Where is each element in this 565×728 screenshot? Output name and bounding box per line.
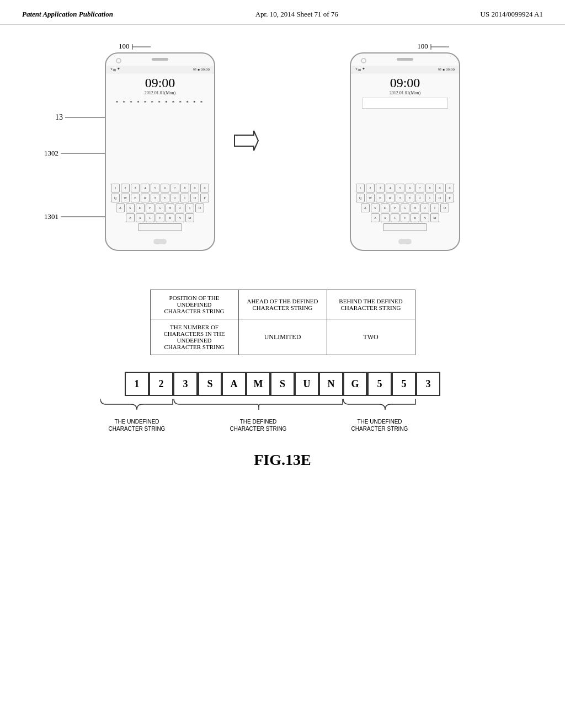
svg-text:THE UNDEFINED: THE UNDEFINED <box>357 419 402 425</box>
right-phone: TIII ✦ ✉ ■ 09:00 09:00 2012.01.01(Mon) <box>350 52 460 251</box>
table-cell-ahead-header: AHEAD OF THE DEFINED CHARACTER STRING <box>238 290 327 319</box>
transition-arrow <box>232 130 259 156</box>
phone-home-btn-right[interactable] <box>398 239 412 244</box>
char-2: 2 <box>149 372 173 396</box>
kb-spacebar-row-left <box>108 223 212 231</box>
phone-speaker-left <box>152 58 168 61</box>
phone-time-right: 09:00 <box>351 76 459 90</box>
char-boxes: 1 2 3 S A M S U N G 5 5 3 <box>125 372 440 396</box>
table-cell-two: TWO <box>327 319 415 355</box>
phone-home-btn-left[interactable] <box>153 239 167 244</box>
status-icons-right: ✉ ■ 09:00 <box>438 67 455 72</box>
label-13: 13 <box>55 113 109 122</box>
main-content: 100 100 13 1302 <box>0 25 565 485</box>
phone-status-bar-right: TIII ✦ ✉ ■ 09:00 <box>351 66 459 73</box>
char-U: U <box>295 372 319 396</box>
header-publication: Patent Application Publication <box>22 10 113 19</box>
kb-row-zxcv-left: Z X C V B N M <box>108 213 212 222</box>
char-G: G <box>343 372 367 396</box>
svg-marker-7 <box>234 131 258 151</box>
brace-svg: THE UNDEFINED CHARACTER STRING THE DEFIN… <box>100 396 465 435</box>
page-header: Patent Application Publication Apr. 10, … <box>0 0 565 25</box>
char-1: 1 <box>125 372 149 396</box>
table-cell-char-count-header: THE NUMBER OF CHARACTERS IN THE UNDEFINE… <box>150 319 238 355</box>
table-row-1: POSITION OF THE UNDEFINED CHARACTER STRI… <box>150 290 415 319</box>
char-N: N <box>319 372 343 396</box>
figure-label: FIG.13E <box>33 451 532 469</box>
left-phone: TIII ✦ ✉ ■ 09:00 09:00 2012.01.01(Mon) *… <box>105 52 215 251</box>
ref-100-left: 100 <box>119 41 153 52</box>
ref-100-right: 100 <box>417 41 452 52</box>
phone-date-right: 2012.01.01(Mon) <box>351 90 459 95</box>
svg-text:THE DEFINED: THE DEFINED <box>240 419 277 425</box>
kb-row-numbers-left: 1 2 3 4 5 6 7 8 0 0 <box>108 184 212 192</box>
kb-spacebar-right[interactable] <box>383 223 427 231</box>
kb-row-asdf-right: A S D F G H U I O <box>353 204 457 212</box>
phone-password-left: * * * * * * * * * * * * * <box>106 100 214 105</box>
keyboard-left: 1 2 3 4 5 6 7 8 0 0 Q W <box>106 183 214 233</box>
char-M: M <box>246 372 270 396</box>
kb-row-asdf-left: A S D F G H U I O <box>108 204 212 212</box>
kb-spacebar-row-right <box>353 223 457 231</box>
kb-row-numbers-right: 1 2 3 4 5 6 7 8 0 0 <box>353 184 457 192</box>
phone-status-bar-left: TIII ✦ ✉ ■ 09:00 <box>106 66 214 73</box>
table-cell-position-header: POSITION OF THE UNDEFINED CHARACTER STRI… <box>150 290 238 319</box>
phone-white-box-right <box>362 98 449 109</box>
char-string-section: 1 2 3 S A M S U N G 5 5 3 THE UNDEFINED … <box>33 372 532 435</box>
char-A: A <box>222 372 246 396</box>
table-row-2: THE NUMBER OF CHARACTERS IN THE UNDEFINE… <box>150 319 415 355</box>
char-3: 3 <box>173 372 198 396</box>
phone-device-right: TIII ✦ ✉ ■ 09:00 09:00 2012.01.01(Mon) <box>350 52 460 251</box>
svg-text:CHARACTER STRING: CHARACTER STRING <box>230 426 287 432</box>
svg-text:CHARACTER STRING: CHARACTER STRING <box>109 426 166 432</box>
char-5a: 5 <box>367 372 392 396</box>
char-5b: 5 <box>392 372 416 396</box>
phone-device-left: TIII ✦ ✉ ■ 09:00 09:00 2012.01.01(Mon) *… <box>105 52 215 251</box>
phone-date-left: 2012.01.01(Mon) <box>106 90 214 95</box>
char-3b: 3 <box>416 372 440 396</box>
phone-camera-left <box>116 58 121 63</box>
keyboard-right: 1 2 3 4 5 6 7 8 0 0 Q W <box>351 183 459 233</box>
header-patent-number: US 2014/0099924 A1 <box>481 10 543 19</box>
kb-row-zxcv-right: Z X C V B N M <box>353 213 457 222</box>
char-S2: S <box>270 372 295 396</box>
char-S1: S <box>198 372 222 396</box>
kb-row-qwerty-left: Q W E R T Y U I O P <box>108 194 212 202</box>
table-cell-unlimited: UNLIMITED <box>238 319 327 355</box>
phone-camera-right <box>361 58 366 63</box>
svg-text:CHARACTER STRING: CHARACTER STRING <box>351 426 408 432</box>
svg-text:THE UNDEFINED: THE UNDEFINED <box>114 419 159 425</box>
phones-section: 100 100 13 1302 <box>33 41 532 273</box>
info-table-section: POSITION OF THE UNDEFINED CHARACTER STRI… <box>33 290 532 355</box>
table-cell-behind-header: BEHIND THE DEFINED CHARACTER STRING <box>327 290 415 319</box>
kb-spacebar-left[interactable] <box>138 223 182 231</box>
kb-row-qwerty-right: Q W E R T Y U I O P <box>353 194 457 202</box>
phone-speaker-right <box>397 58 413 61</box>
info-table: POSITION OF THE UNDEFINED CHARACTER STRI… <box>150 290 415 355</box>
phone-time-left: 09:00 <box>106 76 214 90</box>
header-date-sheet: Apr. 10, 2014 Sheet 71 of 76 <box>255 10 338 19</box>
status-icons-left: ✉ ■ 09:00 <box>193 67 210 72</box>
